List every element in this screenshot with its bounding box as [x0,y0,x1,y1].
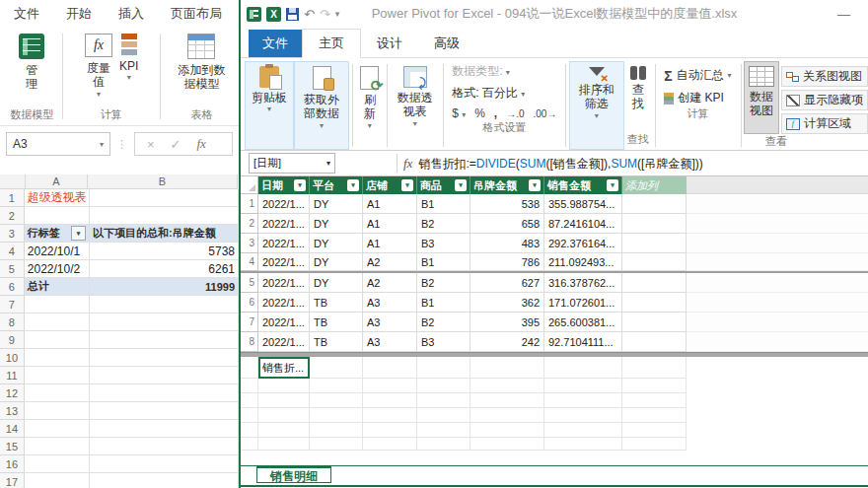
thousands-button[interactable]: , [494,106,497,120]
column-header-store[interactable]: 店铺▾ [363,176,417,194]
calc-cell[interactable] [622,357,687,379]
cell-B14[interactable] [90,420,239,438]
cell-A10[interactable] [25,349,90,367]
cell-tag-amount[interactable]: 242 [470,332,544,352]
cell-store[interactable]: A3 [363,313,417,332]
cell-store[interactable]: A3 [363,332,417,352]
cell-add-column[interactable] [622,194,687,214]
enter-icon[interactable]: ✓ [171,137,181,152]
data-type-dropdown[interactable]: 数据类型: ▾ [452,63,556,80]
pp-tab-design[interactable]: 设计 [361,30,418,57]
calc-cell[interactable] [622,408,687,423]
calc-cell[interactable] [544,379,622,393]
cell-store[interactable]: A1 [363,214,417,234]
cell-A2[interactable] [25,207,90,225]
cell-store[interactable]: A2 [363,273,417,293]
cell-store[interactable]: A1 [363,194,417,214]
calc-cell[interactable] [241,438,258,451]
calc-cell[interactable] [622,438,687,451]
cell-date[interactable]: 2022/1... [258,332,310,352]
cell-B7[interactable] [90,296,239,314]
cell-sales-amount[interactable]: 292.376164... [544,234,622,253]
calc-cell[interactable] [470,408,544,423]
clipboard-button[interactable]: 剪贴板 ▾ [245,61,294,150]
excel-switch-icon[interactable]: X [266,7,281,22]
column-header-product[interactable]: 商品▾ [417,176,470,194]
cell-B3[interactable]: 以下项目的总和:吊牌金额 [90,225,239,243]
cell-product[interactable]: B1 [417,194,470,214]
sheet-tab[interactable]: 销售明细 [256,466,331,483]
cell-platform[interactable]: DY [310,194,363,214]
calc-cell[interactable] [363,379,417,393]
cell-A5[interactable]: 2022/10/2 [25,260,90,278]
excel-formula-input[interactable]: × ✓ fx [134,132,233,156]
calc-cell[interactable] [241,408,258,423]
diagram-view-button[interactable]: 关系图视图 [781,66,868,87]
cell-platform[interactable]: TB [310,332,363,352]
cell-date[interactable]: 2022/1... [258,293,310,313]
cell-B15[interactable] [90,438,239,455]
cell-add-column[interactable] [622,253,687,271]
select-all-corner[interactable] [0,174,26,189]
row-number[interactable]: 4 [0,243,25,260]
find-button[interactable]: 查找 [624,61,652,132]
cell-B13[interactable] [90,402,239,420]
pp-tab-file[interactable]: 文件 [249,30,302,57]
calc-cell[interactable] [363,423,417,438]
name-box[interactable]: A3 ▾ [6,132,110,156]
calc-cell[interactable] [363,393,417,408]
cell-B2[interactable] [90,207,239,225]
cell-A13[interactable] [25,402,90,420]
cancel-icon[interactable]: × [147,137,155,152]
cell-sales-amount[interactable]: 355.988754... [544,194,622,214]
cell-B5[interactable]: 6261 [90,260,239,278]
save-icon[interactable] [286,8,299,21]
cell-B1[interactable] [90,189,239,207]
cell-sales-amount[interactable]: 87.2416104... [544,214,622,234]
cell-A1[interactable]: 超级透视表 [25,189,90,207]
pp-tab-home[interactable]: 主页 [302,29,361,58]
percent-button[interactable]: % [474,106,485,120]
refresh-button[interactable]: 刷新 ▾ [355,61,384,150]
calc-cell[interactable] [258,438,310,451]
cell-A7[interactable] [25,296,90,314]
cell-add-column[interactable] [622,234,687,253]
row-number[interactable]: 6 [0,278,25,296]
row-number[interactable]: 6 [241,293,258,313]
excel-tab-pagelayout[interactable]: 页面布局 [171,5,222,23]
column-header-date[interactable]: 日期▾ [258,176,310,194]
row-number[interactable]: 2 [241,214,258,234]
cell-date[interactable]: 2022/1... [258,214,310,234]
cell-B17[interactable] [90,473,239,488]
cell-platform[interactable]: DY [310,234,363,253]
cell-sales-amount[interactable]: 92.7104111... [544,332,622,352]
cell-date[interactable]: 2022/1... [258,234,310,253]
undo-icon[interactable]: ↶ [304,7,315,22]
row-number[interactable]: 9 [0,331,25,349]
row-number[interactable]: 1 [241,194,258,214]
dax-formula-input[interactable]: 销售折扣:=DIVIDE(SUM([销售金额]),SUM([吊牌金额])) [418,154,702,173]
increase-decimal-button[interactable]: →.0 [506,108,524,119]
cell-B11[interactable] [90,367,239,384]
calc-cell[interactable] [417,438,470,451]
decrease-decimal-button[interactable]: .00→ [534,108,557,119]
calculation-area-button[interactable]: f 计算区域 [781,113,868,134]
cell-date[interactable]: 2022/1... [258,273,310,293]
filter-icon[interactable]: ▾ [455,179,467,191]
row-number[interactable]: 5 [241,273,258,293]
cell-A9[interactable] [25,331,90,349]
qat-customize-icon[interactable]: ▾ [335,9,340,19]
calc-cell[interactable] [470,438,544,451]
cell-platform[interactable]: TB [310,293,363,313]
cell-add-column[interactable] [622,313,687,332]
row-number[interactable]: 12 [0,384,25,402]
calc-cell[interactable] [417,379,470,393]
cell-B8[interactable] [90,314,239,331]
row-number[interactable]: 7 [241,313,258,332]
grid-corner[interactable] [241,176,258,194]
cell-product[interactable]: B1 [417,253,470,271]
filter-icon[interactable]: ▾ [607,179,618,191]
calc-cell[interactable] [310,393,363,408]
format-dropdown[interactable]: 格式: 百分比 ▾ [452,85,556,102]
column-header-platform[interactable]: 平台▾ [310,176,363,194]
